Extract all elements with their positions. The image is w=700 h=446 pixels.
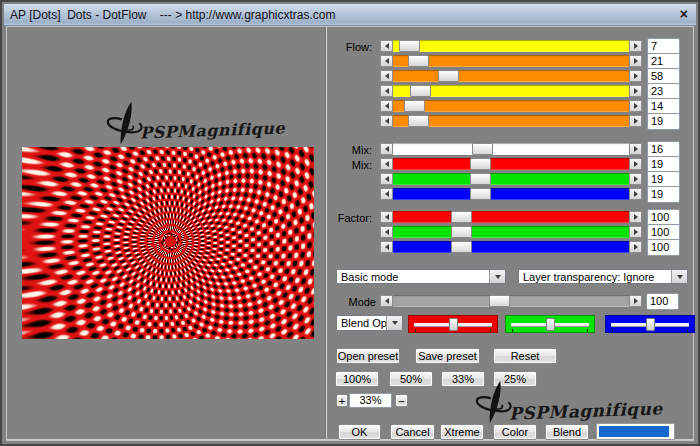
- flow-slider-0-thumb[interactable]: [399, 40, 420, 52]
- mode-value[interactable]: 100: [646, 293, 679, 310]
- trackbar-tick: [612, 329, 613, 332]
- mix-slider-0: [380, 143, 642, 155]
- right-arrow-icon: [634, 229, 638, 235]
- flow-slider-1-thumb[interactable]: [408, 55, 429, 67]
- preview-image[interactable]: [22, 147, 314, 339]
- flow-slider-0-right-arrow[interactable]: [629, 40, 642, 52]
- blend-trackbar-1[interactable]: [505, 315, 595, 333]
- flow-slider-2-thumb[interactable]: [438, 70, 459, 82]
- mix-slider-1-right-arrow[interactable]: [629, 158, 642, 170]
- mode-slider-left-arrow[interactable]: [380, 295, 393, 307]
- right-arrow-icon: [634, 103, 638, 109]
- reset-button[interactable]: Reset: [493, 348, 557, 364]
- flow-slider-5-left-arrow[interactable]: [380, 115, 393, 127]
- flow-slider-3-right-arrow[interactable]: [629, 85, 642, 97]
- flow-slider-3-thumb[interactable]: [410, 85, 431, 97]
- blend-options-combobox[interactable]: Blend Opti: [336, 315, 403, 331]
- flow-slider-2-right-arrow[interactable]: [629, 70, 642, 82]
- trackbar-thumb[interactable]: [546, 318, 555, 331]
- mix-slider-3-track[interactable]: [393, 188, 629, 200]
- mix-slider-2-track[interactable]: [393, 173, 629, 185]
- factor-slider-2-left-arrow[interactable]: [380, 241, 393, 253]
- layer-transparency-combobox[interactable]: Layer transparency: Ignore: [518, 269, 688, 284]
- mode-slider-thumb[interactable]: [489, 295, 510, 307]
- xtreme-button[interactable]: Xtreme: [440, 424, 484, 440]
- factor-slider-1-thumb[interactable]: [451, 226, 472, 238]
- ok-button[interactable]: OK: [338, 424, 381, 440]
- factor-slider-0-right-arrow[interactable]: [629, 211, 642, 223]
- right-arrow-icon: [634, 214, 638, 220]
- flow-slider-2-left-arrow[interactable]: [380, 70, 393, 82]
- chevron-down-icon[interactable]: [671, 270, 687, 283]
- factor-slider-1-left-arrow[interactable]: [380, 226, 393, 238]
- pane-divider: [326, 27, 327, 440]
- zoom-value-field[interactable]: 33%: [349, 393, 392, 408]
- factor-slider-2-track[interactable]: [393, 241, 629, 253]
- save-preset-button[interactable]: Save preset: [415, 348, 480, 364]
- flow-slider-0-left-arrow[interactable]: [380, 40, 393, 52]
- flow-slider-3-track[interactable]: [393, 85, 629, 97]
- right-arrow-icon: [634, 58, 638, 64]
- mode-slider-track[interactable]: [393, 295, 629, 307]
- flow-slider-0-track[interactable]: [393, 40, 629, 52]
- factor-slider-1-right-arrow[interactable]: [629, 226, 642, 238]
- mode-slider-right-arrow[interactable]: [629, 295, 642, 307]
- flow-slider-1-track[interactable]: [393, 55, 629, 67]
- title-bar[interactable]: AP [Dots] Dots - DotFlow --- > http://ww…: [4, 4, 696, 26]
- trackbar-thumb[interactable]: [449, 318, 458, 331]
- mix-slider-1-thumb[interactable]: [470, 158, 491, 170]
- mix-slider-3-right-arrow[interactable]: [629, 188, 642, 200]
- flow-slider-4-track[interactable]: [393, 100, 629, 112]
- mix-slider-0-left-arrow[interactable]: [380, 143, 393, 155]
- chevron-down-icon[interactable]: [489, 270, 505, 283]
- flow-slider-5-right-arrow[interactable]: [629, 115, 642, 127]
- factor-slider-1-track[interactable]: [393, 226, 629, 238]
- zoom-increase-button[interactable]: +: [336, 394, 348, 407]
- factor-slider-2-thumb[interactable]: [451, 241, 472, 253]
- close-icon[interactable]: ×: [680, 5, 688, 24]
- flow-slider-5-thumb[interactable]: [408, 115, 429, 127]
- mode-combobox[interactable]: Basic mode: [336, 269, 506, 284]
- factor-slider-0-thumb[interactable]: [451, 211, 472, 223]
- open-preset-button[interactable]: Open preset: [336, 348, 400, 364]
- mode-slider: [380, 295, 642, 307]
- mix-slider-0-thumb[interactable]: [472, 143, 493, 155]
- flow-slider-5-track[interactable]: [393, 115, 629, 127]
- blend-trackbar-2[interactable]: [605, 315, 695, 333]
- flow-slider-2-track[interactable]: [393, 70, 629, 82]
- mix-value-3[interactable]: 19: [647, 186, 680, 203]
- zoom-100-button[interactable]: 100%: [335, 371, 379, 387]
- cancel-button[interactable]: Cancel: [390, 424, 435, 440]
- mix-slider-3-left-arrow[interactable]: [380, 188, 393, 200]
- mix-slider-2-right-arrow[interactable]: [629, 173, 642, 185]
- mix-slider-3-thumb[interactable]: [470, 188, 491, 200]
- mix-slider-1-left-arrow[interactable]: [380, 158, 393, 170]
- flow-slider-3-left-arrow[interactable]: [380, 85, 393, 97]
- blend-trackbar-0[interactable]: [408, 315, 498, 333]
- mix-slider-2-thumb[interactable]: [470, 173, 491, 185]
- mix-slider-0-right-arrow[interactable]: [629, 143, 642, 155]
- factor-slider-0-track[interactable]: [393, 211, 629, 223]
- mix-slider-2-left-arrow[interactable]: [380, 173, 393, 185]
- color-button[interactable]: Color: [493, 424, 537, 440]
- factor-slider-2-right-arrow[interactable]: [629, 241, 642, 253]
- zoom-decrease-button[interactable]: −: [395, 394, 408, 407]
- flow-slider-4-right-arrow[interactable]: [629, 100, 642, 112]
- flow-slider-4-left-arrow[interactable]: [380, 100, 393, 112]
- group-label: Mix:: [323, 159, 372, 171]
- group-label: Mode: [333, 296, 376, 308]
- zoom-50-button[interactable]: 50%: [389, 371, 433, 387]
- trackbar-thumb[interactable]: [646, 318, 655, 331]
- zoom-25-button[interactable]: 25%: [493, 371, 537, 387]
- flow-slider-1-right-arrow[interactable]: [629, 55, 642, 67]
- blend-button[interactable]: Blend: [545, 424, 589, 440]
- mix-slider-1-track[interactable]: [393, 158, 629, 170]
- flow-value-5[interactable]: 19: [647, 113, 680, 130]
- chevron-down-icon[interactable]: [386, 316, 402, 330]
- factor-slider-0-left-arrow[interactable]: [380, 211, 393, 223]
- mix-slider-0-track[interactable]: [393, 143, 629, 155]
- flow-slider-1-left-arrow[interactable]: [380, 55, 393, 67]
- factor-value-2[interactable]: 100: [647, 239, 680, 256]
- flow-slider-4-thumb[interactable]: [404, 100, 425, 112]
- zoom-33-button[interactable]: 33%: [441, 371, 485, 387]
